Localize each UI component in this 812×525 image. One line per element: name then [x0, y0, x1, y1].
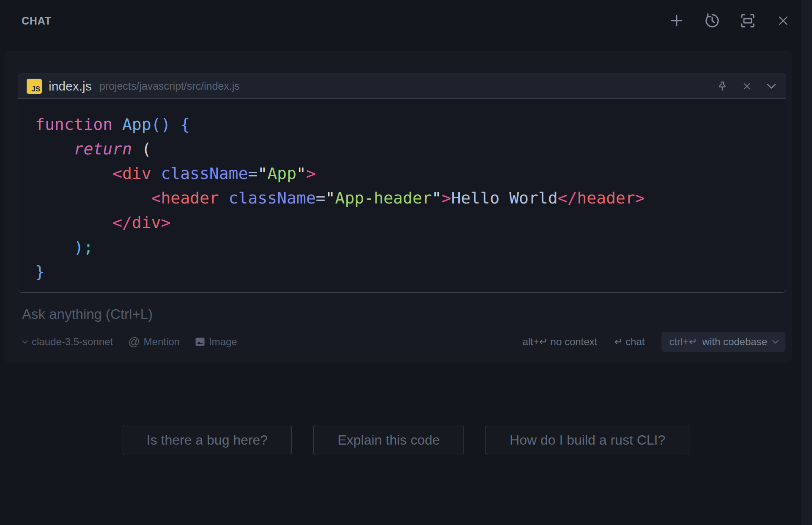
history-clock-icon	[704, 12, 721, 29]
code-token: </	[112, 213, 132, 232]
new-chat-button[interactable]	[668, 12, 685, 29]
code-token: <	[112, 164, 122, 183]
chat-submit-hint[interactable]: ↵ chat	[614, 336, 645, 348]
with-codebase-button[interactable]: ctrl+↵ with codebase	[661, 332, 785, 352]
suggestion-rust-cli-button[interactable]: How do I build a rust CLI?	[486, 425, 689, 455]
file-name: index.js	[49, 79, 92, 93]
code-token: "	[432, 189, 442, 207]
code-line: <div className="App">	[35, 161, 779, 186]
code-line: }	[35, 259, 779, 284]
code-token: "	[296, 164, 306, 183]
code-line: function App() {	[35, 112, 779, 137]
code-token: header	[577, 189, 635, 207]
code-token: div	[122, 164, 151, 183]
code-token	[170, 115, 180, 134]
panel-title: CHAT	[22, 15, 52, 27]
javascript-file-icon: JS	[27, 79, 42, 94]
code-context-card: JS index.js projects/javascript/src/inde…	[18, 74, 786, 293]
code-token: ()	[151, 115, 171, 134]
code-token: >	[442, 189, 451, 207]
code-token: )	[74, 238, 84, 256]
maximize-icon	[739, 12, 756, 29]
code-token	[35, 189, 151, 207]
code-token	[219, 189, 229, 207]
code-line: </div>	[35, 210, 779, 235]
code-token: <	[151, 189, 161, 207]
remove-file-button[interactable]	[741, 80, 753, 92]
code-token: =	[316, 189, 326, 207]
pin-file-button[interactable]	[716, 80, 728, 92]
code-line: <header className="App-header">Hello Wor…	[35, 186, 779, 210]
pin-icon	[717, 81, 728, 92]
code-token: App	[122, 115, 151, 134]
code-token	[132, 140, 142, 158]
code-token: >	[306, 164, 316, 183]
model-name: claude-3.5-sonnet	[32, 336, 113, 348]
code-token: "	[258, 164, 267, 183]
image-label: Image	[209, 336, 237, 348]
code-block: function App() { return ( <div className…	[18, 99, 786, 284]
codebase-label: with codebase	[702, 336, 767, 348]
code-token: className	[229, 189, 316, 207]
collapse-file-button[interactable]	[765, 80, 777, 92]
close-panel-button[interactable]	[775, 12, 792, 29]
suggestion-bug-button[interactable]: Is there a bug here?	[123, 425, 292, 455]
suggestion-explain-button[interactable]: Explain this code	[313, 425, 464, 455]
code-token: >	[635, 189, 645, 207]
code-token	[35, 238, 74, 256]
no-context-hint[interactable]: alt+↵ no context	[522, 336, 597, 348]
code-token: function	[35, 115, 112, 134]
code-token: }	[35, 262, 45, 281]
image-button[interactable]: Image	[195, 336, 237, 348]
code-token: App-header	[335, 189, 432, 207]
model-selector[interactable]: claude-3.5-sonnet	[22, 336, 113, 348]
mention-button[interactable]: @ Mention	[128, 336, 180, 348]
chat-input-card: JS index.js projects/javascript/src/inde…	[5, 51, 792, 363]
code-token: =	[248, 164, 258, 183]
code-token: Hello World	[451, 189, 558, 207]
code-token: App	[267, 164, 296, 183]
code-token	[112, 115, 122, 134]
close-icon	[777, 14, 790, 27]
code-token: header	[161, 189, 219, 207]
code-token: >	[161, 213, 170, 232]
code-line: return (	[35, 137, 779, 161]
code-line: );	[35, 235, 779, 259]
suggestion-row: Is there a bug here? Explain this code H…	[0, 425, 812, 455]
code-token	[35, 164, 112, 183]
chat-panel: CHAT	[0, 0, 812, 525]
code-token	[35, 140, 74, 158]
file-path: projects/javascript/src/index.js	[99, 80, 710, 92]
code-token: ;	[83, 238, 93, 256]
chat-toolbar: claude-3.5-sonnet @ Mention Image alt+↵ …	[22, 332, 786, 352]
chat-input[interactable]: Ask anything (Ctrl+L)	[22, 306, 786, 322]
scrollbar-track[interactable]	[801, 0, 812, 525]
code-token: return	[74, 140, 132, 158]
file-header-actions	[716, 80, 777, 92]
code-token: div	[132, 213, 161, 232]
code-token: (	[142, 140, 151, 158]
code-token: "	[325, 189, 335, 207]
chevron-down-icon	[772, 340, 779, 344]
close-icon	[742, 82, 752, 91]
at-icon: @	[128, 337, 140, 347]
code-token: {	[180, 115, 190, 134]
maximize-button[interactable]	[739, 12, 756, 29]
mention-label: Mention	[144, 336, 180, 348]
plus-icon	[669, 13, 684, 28]
codebase-shortcut: ctrl+↵	[669, 336, 697, 348]
chevron-down-icon	[767, 83, 776, 89]
code-token: className	[161, 164, 248, 183]
code-token: </	[558, 189, 577, 207]
chevron-down-icon	[22, 340, 28, 344]
panel-top-bar: CHAT	[0, 0, 812, 33]
image-icon	[195, 337, 205, 347]
code-token	[151, 164, 161, 183]
file-header: JS index.js projects/javascript/src/inde…	[18, 74, 786, 99]
history-button[interactable]	[704, 12, 721, 29]
panel-actions	[668, 12, 792, 29]
code-token	[35, 213, 112, 232]
